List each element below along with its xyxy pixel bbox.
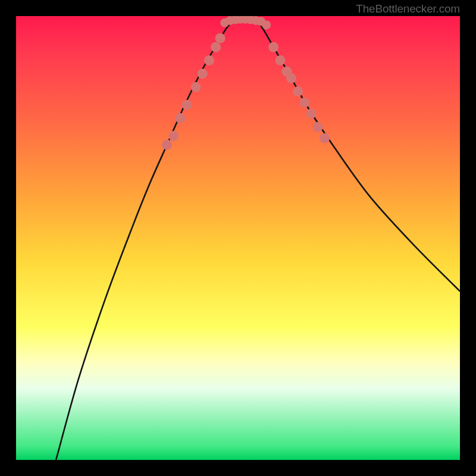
data-dot: [299, 98, 309, 108]
bottleneck-curve: [56, 20, 460, 460]
data-dot: [306, 109, 317, 119]
data-dot: [168, 131, 178, 141]
data-dot: [182, 100, 192, 110]
data-dot: [198, 69, 208, 79]
data-dot: [162, 140, 172, 150]
data-dot: [320, 133, 330, 143]
data-dot: [215, 33, 226, 43]
watermark-text: TheBottlenecker.com: [356, 2, 460, 15]
data-dot: [275, 55, 285, 65]
data-dot: [211, 42, 221, 52]
data-dot: [176, 113, 186, 123]
chart-svg: [16, 16, 460, 460]
data-dot: [204, 55, 214, 65]
outer-frame: TheBottlenecker.com: [0, 0, 476, 476]
data-dot: [268, 42, 278, 52]
data-dot: [286, 73, 296, 83]
data-dot: [191, 82, 201, 92]
data-dot: [262, 20, 271, 29]
data-dots: [162, 16, 330, 150]
plot-area: [16, 16, 460, 460]
data-dot: [313, 122, 323, 132]
data-dot: [293, 86, 303, 96]
